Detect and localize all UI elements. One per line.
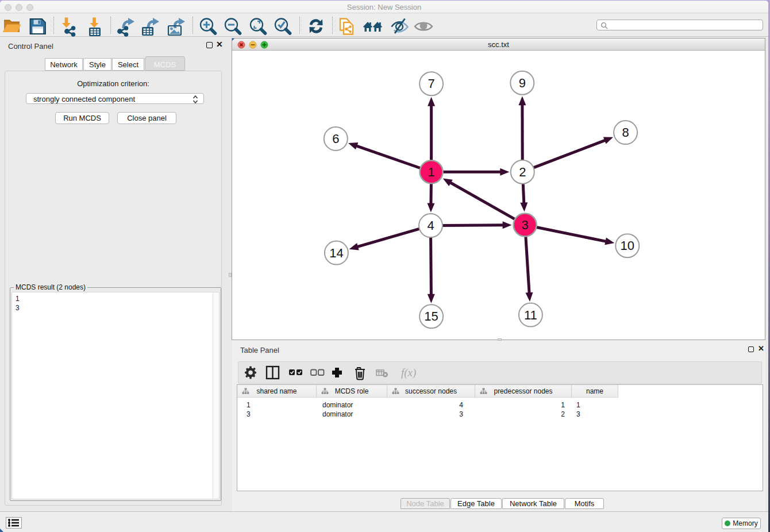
svg-text:14: 14: [329, 246, 343, 260]
svg-text:6: 6: [332, 132, 339, 146]
svg-text:f(x): f(x): [401, 367, 416, 379]
svg-text:8: 8: [622, 125, 629, 140]
svg-text:4: 4: [427, 218, 434, 233]
svg-text:7: 7: [428, 76, 434, 91]
svg-text:2: 2: [519, 165, 526, 179]
svg-text:15: 15: [424, 309, 438, 323]
svg-text:1: 1: [428, 165, 434, 179]
svg-text:10: 10: [621, 238, 634, 253]
svg-text:11: 11: [524, 308, 537, 322]
svg-text:9: 9: [519, 76, 526, 90]
svg-text:3: 3: [521, 218, 528, 232]
